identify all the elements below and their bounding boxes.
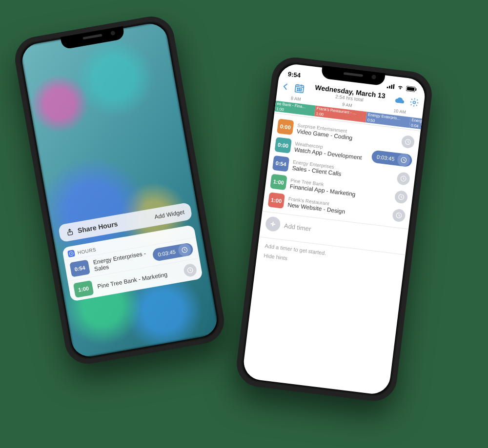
cloud-icon[interactable] [394,95,405,106]
phone-left: Share Hours Add Widget HOURS 0:54Energy … [11,13,227,368]
widget-header-label: HOURS [77,247,97,255]
running-timer-badge[interactable]: 0:03:45 [152,242,194,262]
wifi-icon [396,84,405,91]
add-timer-label: Add timer [284,222,311,233]
svg-rect-4 [387,87,388,89]
svg-rect-0 [68,231,73,235]
svg-point-17 [301,90,302,91]
svg-rect-7 [393,84,395,89]
timeline-block[interactable]: ee Bank - Fina…1:00 [275,100,316,116]
svg-rect-6 [391,85,392,89]
hours-app-icon [67,250,75,257]
hour-label: 9 AM [342,102,353,108]
add-widget-link[interactable]: Add Widget [154,209,185,221]
svg-point-14 [301,88,302,89]
svg-point-13 [299,88,300,89]
svg-rect-9 [407,87,415,91]
svg-rect-10 [415,88,416,91]
timer-chip: 0:00 [277,118,294,135]
running-timer-badge[interactable]: 0:03:45 [371,150,413,167]
task-list: 0:00Surprise EntertainmentVideo Game - C… [262,113,420,229]
share-icon [65,228,75,237]
timer-chip: 0:00 [274,137,291,154]
timer-chip: 0:54 [272,156,289,172]
hour-label: 10 AM [393,108,407,115]
timer-chip: 1:00 [270,174,287,191]
calendar-icon [293,82,305,94]
battery-icon [406,85,417,92]
clock-button[interactable] [394,190,408,204]
timeline-block[interactable]: Energ…0:04 [409,117,423,129]
svg-point-15 [297,90,298,91]
app-screen: 9:54 Wednesday, March 13 2:54 hrs total [242,62,427,396]
plus-icon[interactable] [265,216,281,232]
timer-chip: 1:00 [268,192,285,209]
status-icons [386,83,417,92]
wallpaper-blur [20,21,220,360]
clock-button[interactable] [183,263,198,277]
timer-chip: 1:00 [73,280,94,298]
phone-right: 9:54 Wednesday, March 13 2:54 hrs total [234,55,434,403]
svg-point-12 [297,88,298,89]
svg-rect-5 [389,86,390,89]
share-label: Share Hours [77,220,119,234]
signal-icon [386,83,395,89]
svg-point-18 [413,101,416,104]
timer-chip: 0:54 [69,259,90,277]
clock-button[interactable] [401,135,415,149]
clock-button[interactable] [392,208,406,222]
clock-button[interactable] [396,172,410,186]
clock-icon [397,153,411,167]
svg-point-16 [299,90,300,91]
hour-label: 8 AM [290,96,301,101]
clock-icon [177,243,192,257]
status-time: 9:54 [287,70,301,79]
gear-icon[interactable] [409,97,420,107]
home-screen: Share Hours Add Widget HOURS 0:54Energy … [20,21,220,360]
calendar-button[interactable] [282,80,306,94]
